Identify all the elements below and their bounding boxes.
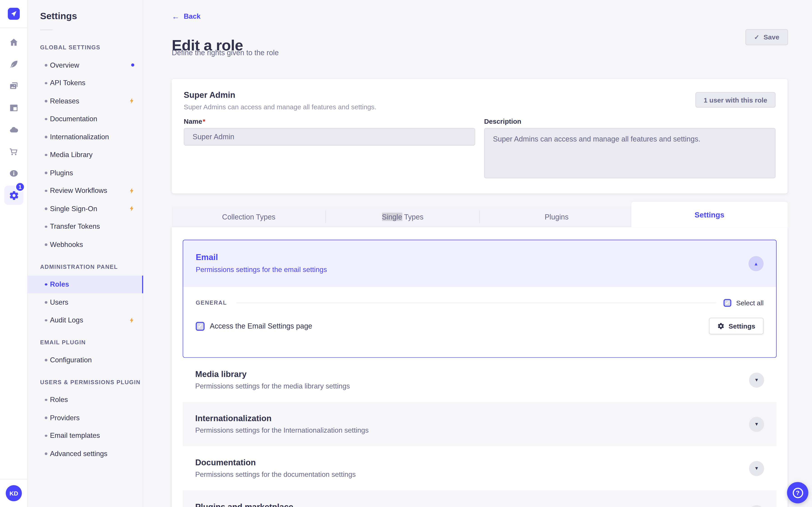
accordion-media-library[interactable]: Media library Permissions settings for t… bbox=[183, 358, 776, 402]
accordion-subtitle: Permissions settings for the documentati… bbox=[195, 470, 356, 478]
back-arrow-icon: ← bbox=[172, 12, 180, 20]
sidebar-item-documentation[interactable]: Documentation bbox=[28, 110, 143, 128]
accordion-plugins-and-marketplace[interactable]: Plugins and marketplace ▼ bbox=[183, 490, 776, 507]
sidebar-item-media-library[interactable]: Media Library bbox=[28, 146, 143, 164]
select-all-label: Select all bbox=[736, 299, 764, 307]
accordion-email-header[interactable]: Email Permissions settings for the email… bbox=[183, 240, 776, 287]
question-mark-icon: ? bbox=[793, 488, 803, 498]
sidebar-item-configuration[interactable]: Configuration bbox=[28, 351, 143, 369]
media-library-icon[interactable] bbox=[8, 81, 19, 91]
help-button[interactable]: ? bbox=[787, 482, 808, 503]
permission-settings-button[interactable]: Settings bbox=[709, 318, 763, 334]
email-permission-row: ✓ Access the Email Settings page Setting… bbox=[196, 317, 764, 335]
collapse-button[interactable]: ▲ bbox=[748, 256, 763, 271]
strapi-logo[interactable] bbox=[8, 8, 20, 20]
sidebar-item-releases[interactable]: Releases bbox=[28, 92, 143, 110]
rail-divider bbox=[0, 27, 28, 28]
back-label: Back bbox=[184, 12, 201, 20]
cloud-icon[interactable] bbox=[8, 124, 19, 135]
bullet-icon bbox=[45, 399, 47, 401]
bullet-icon bbox=[45, 172, 47, 174]
tab-single-types[interactable]: Single Types bbox=[326, 207, 480, 227]
accordion-internationalization[interactable]: Internationalization Permissions setting… bbox=[183, 402, 776, 446]
section-header-email-plugin: EMAIL PLUGIN bbox=[28, 333, 143, 351]
accordion-subtitle: Permissions settings for the email setti… bbox=[196, 266, 327, 274]
permission-checkbox[interactable]: ✓ bbox=[196, 322, 205, 330]
accordion-documentation[interactable]: Documentation Permissions settings for t… bbox=[183, 446, 776, 490]
role-details-card: Super Admin Super Admins can access and … bbox=[172, 79, 788, 193]
strapi-logo-icon bbox=[8, 8, 20, 20]
select-all-checkbox[interactable]: ✓ bbox=[723, 299, 731, 307]
expand-button[interactable]: ▼ bbox=[749, 416, 764, 432]
sidebar-item-label: Advanced settings bbox=[50, 450, 108, 458]
sidebar-item-webhooks[interactable]: Webhooks bbox=[28, 235, 143, 253]
info-icon[interactable] bbox=[8, 168, 19, 178]
sidebar-title-divider bbox=[40, 30, 53, 30]
description-field-label: Description bbox=[484, 118, 521, 125]
bullet-icon bbox=[45, 435, 47, 437]
users-with-role-button[interactable]: 1 user with this role bbox=[695, 92, 776, 108]
tab-settings[interactable]: Settings bbox=[631, 202, 788, 227]
save-button[interactable]: ✓ Save bbox=[746, 29, 788, 45]
lightning-icon bbox=[129, 317, 135, 324]
role-description-text: Super Admins can access and manage all f… bbox=[184, 103, 376, 111]
bullet-icon bbox=[45, 359, 47, 361]
sidebar-item-email-templates[interactable]: Email templates bbox=[28, 427, 143, 445]
description-textarea[interactable]: Super Admins can access and manage all f… bbox=[484, 128, 775, 178]
expand-button[interactable]: ▼ bbox=[749, 372, 764, 387]
bullet-icon bbox=[45, 100, 47, 102]
strapi-settings-screen: 1 KD Settings GLOBAL SETTINGS Overview A… bbox=[0, 0, 812, 507]
content-manager-feather-icon[interactable] bbox=[8, 59, 19, 69]
sidebar-item-users[interactable]: Users bbox=[28, 293, 143, 312]
sidebar-item-advanced-settings[interactable]: Advanced settings bbox=[28, 445, 143, 463]
bullet-icon bbox=[45, 301, 47, 303]
check-icon: ✓ bbox=[754, 34, 759, 41]
lightning-icon bbox=[129, 98, 135, 104]
rail-icon-list bbox=[0, 37, 27, 178]
expand-button[interactable]: ▼ bbox=[749, 461, 764, 476]
sidebar-item-overview[interactable]: Overview bbox=[28, 56, 143, 74]
sidebar-item-roles-up[interactable]: Roles bbox=[28, 391, 143, 409]
sidebar-item-api-tokens[interactable]: API Tokens bbox=[28, 74, 143, 92]
tab-plugins[interactable]: Plugins bbox=[480, 207, 633, 227]
sidebar-item-transfer-tokens[interactable]: Transfer Tokens bbox=[28, 218, 143, 236]
general-section-row: GENERAL ✓ Select all bbox=[196, 298, 764, 307]
sidebar-item-label: Overview bbox=[50, 61, 80, 69]
sidebar-item-review-workflows[interactable]: Review Workflows bbox=[28, 182, 143, 200]
section-header-global-settings: GLOBAL SETTINGS bbox=[28, 39, 143, 56]
sidebar-item-plugins[interactable]: Plugins bbox=[28, 164, 143, 182]
bullet-icon bbox=[45, 283, 47, 285]
sidebar-item-roles-admin[interactable]: Roles bbox=[28, 275, 143, 293]
bullet-icon bbox=[45, 118, 47, 120]
content-type-builder-icon[interactable] bbox=[8, 103, 19, 113]
caret-up-icon: ▲ bbox=[754, 261, 759, 266]
tab-collection-types[interactable]: Collection Types bbox=[172, 207, 326, 227]
bullet-icon bbox=[45, 243, 47, 245]
required-asterisk: * bbox=[203, 118, 205, 125]
sidebar-item-providers[interactable]: Providers bbox=[28, 409, 143, 427]
sidebar-item-single-sign-on[interactable]: Single Sign-On bbox=[28, 200, 143, 218]
accordion-title: Internationalization bbox=[195, 414, 271, 424]
user-avatar[interactable]: KD bbox=[6, 485, 22, 501]
name-input[interactable] bbox=[184, 128, 475, 146]
settings-button-label: Settings bbox=[728, 322, 755, 330]
sidebar-item-internationalization[interactable]: Internationalization bbox=[28, 128, 143, 146]
expand-button[interactable]: ▼ bbox=[749, 505, 764, 507]
section-header-users-permissions-plugin: USERS & PERMISSIONS PLUGIN bbox=[28, 373, 143, 391]
sidebar-item-label: Review Workflows bbox=[50, 187, 107, 195]
gear-icon bbox=[9, 190, 19, 200]
bullet-icon bbox=[45, 154, 47, 156]
sidebar-item-audit-logs[interactable]: Audit Logs bbox=[28, 311, 143, 329]
select-all-control[interactable]: ✓ Select all bbox=[723, 299, 763, 307]
bullet-icon bbox=[45, 416, 47, 419]
accordion-title: Plugins and marketplace bbox=[195, 502, 293, 507]
sidebar-item-label: Releases bbox=[50, 97, 80, 105]
accordion-subtitle: Permissions settings for the media libra… bbox=[195, 382, 350, 390]
home-icon[interactable] bbox=[8, 37, 19, 47]
name-field-label: Name* bbox=[184, 118, 205, 125]
back-link[interactable]: ← Back bbox=[172, 12, 201, 20]
check-icon: ✓ bbox=[725, 300, 730, 305]
permission-control[interactable]: ✓ Access the Email Settings page bbox=[196, 322, 312, 330]
role-name-heading: Super Admin bbox=[184, 91, 235, 100]
marketplace-cart-icon[interactable] bbox=[8, 146, 19, 156]
